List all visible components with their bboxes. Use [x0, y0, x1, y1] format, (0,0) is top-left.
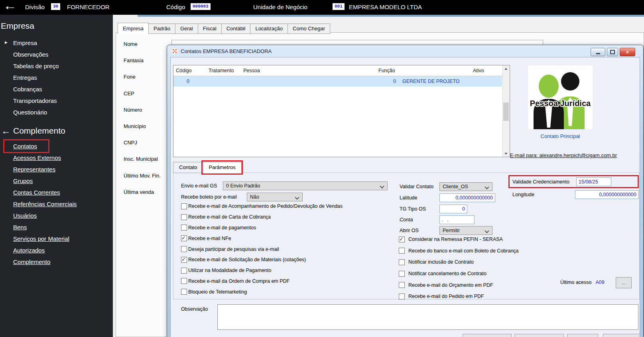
bottom-button[interactable]	[567, 334, 598, 337]
main-form-tab[interactable]: Fiscal	[198, 24, 222, 34]
checkbox-row[interactable]: Deseja participar de pesquisas via e-mai…	[181, 244, 343, 254]
validade-input[interactable]: 15/08/25	[576, 177, 611, 186]
table-column-header[interactable]: Função	[376, 68, 471, 73]
checkbox[interactable]	[181, 257, 187, 263]
ultimo-acesso-row: Último acesso A09	[560, 278, 605, 287]
sidebar-item[interactable]: Representantes	[0, 164, 113, 175]
codigo-value-field[interactable]: 000003	[191, 3, 211, 10]
checkbox[interactable]	[399, 248, 405, 254]
sidebar-item[interactable]: Contatos	[0, 140, 113, 152]
checkbox[interactable]	[181, 278, 187, 284]
sidebar-item[interactable]: Tabelas de preço	[0, 60, 113, 72]
checkbox[interactable]	[399, 236, 405, 242]
minimize-button[interactable]	[591, 48, 605, 56]
scrollbar-thumb[interactable]	[503, 102, 509, 121]
sidebar-item[interactable]: Questionário	[0, 106, 113, 118]
dialog-tab[interactable]: Contato	[173, 162, 203, 173]
bottom-button[interactable]	[603, 334, 640, 337]
checkbox-row[interactable]: Notificar inclusão de Contrato	[399, 256, 519, 268]
checkbox[interactable]	[399, 294, 405, 300]
sidebar-item[interactable]: Referências Comerciais	[0, 198, 113, 210]
main-form-tab[interactable]: Geral	[175, 24, 198, 34]
close-button[interactable]: ✕	[620, 48, 635, 56]
latitude-input[interactable]: 0,000000000000	[439, 193, 495, 202]
dialog-tab[interactable]: Parâmetros	[203, 162, 242, 173]
checkbox-row[interactable]: Recebe do banco e-mail com Boleto de Cob…	[399, 245, 519, 257]
dialog-titlebar[interactable]: Contatos EMPRESA BENEFICIADORA	[167, 45, 643, 57]
checkbox-row[interactable]: Bloqueio de Telemarketing	[181, 286, 343, 297]
checkbox-row[interactable]: Recebe e-mail da Ordem de Compra em PDF	[181, 276, 343, 287]
sidebar-item[interactable]: Grupos	[0, 175, 113, 187]
checkbox-row[interactable]: Recebe e-mail do Orçamento em PDF	[399, 279, 519, 291]
tg-tipo-os-input[interactable]: 0	[439, 205, 467, 213]
envio-email-select[interactable]: 0 Envio Padrão	[223, 181, 388, 190]
checkbox-row[interactable]: Considerar na Remessa PEFIN - SERASA	[399, 234, 519, 245]
validar-contato-select[interactable]: Cliente_OS	[439, 182, 492, 191]
sidebar-item[interactable]: Observações	[0, 49, 113, 60]
checkbox[interactable]	[399, 259, 405, 265]
table-column-header[interactable]: Código	[173, 68, 206, 73]
checkbox[interactable]	[399, 282, 405, 288]
sidebar-item[interactable]: Contas Correntes	[0, 187, 113, 198]
divisao-value-field[interactable]: 30	[51, 3, 60, 10]
longitude-input[interactable]: 0,000000000000	[575, 190, 639, 199]
table-header-row: Código Tratamento Pessoa Função	[173, 65, 510, 76]
sidebar-item[interactable]: Entregas	[0, 72, 113, 83]
checkbox[interactable]	[181, 246, 187, 252]
checkbox-row[interactable]: Recebe e-mail de pagamentos	[181, 223, 343, 233]
sidebar-item[interactable]: Autorizados	[0, 244, 113, 256]
checkbox-row[interactable]: Recebe e-mail NFe	[181, 233, 343, 244]
main-form-tab[interactable]: Empresa	[118, 23, 149, 34]
scroll-up-icon[interactable]	[503, 65, 509, 72]
bottom-button[interactable]: Superiores	[463, 334, 512, 337]
checkbox[interactable]	[181, 235, 187, 241]
checkbox[interactable]	[399, 271, 405, 277]
checkbox[interactable]	[181, 289, 187, 295]
sidebar-item[interactable]: Complemento	[0, 256, 113, 268]
main-form-tab[interactable]: Como Chegar	[288, 24, 330, 34]
unidade-value-field[interactable]: 001	[333, 3, 345, 10]
checkbox-row[interactable]: Recebe e-mail de Solicitação de Materiai…	[181, 254, 343, 265]
observacao-textarea[interactable]	[217, 304, 638, 330]
sidebar-item[interactable]: Serviços por Material	[0, 233, 113, 244]
sidebar-item[interactable]: Empresa	[0, 37, 113, 49]
main-form-tab[interactable]: Contábil	[221, 24, 251, 34]
main-form-tab[interactable]: Localização	[250, 24, 288, 34]
window-controls: ✕	[591, 48, 635, 56]
checkbox[interactable]	[181, 225, 187, 231]
maximize-icon	[610, 50, 615, 54]
form-field-label: Fone	[124, 74, 161, 90]
maximize-button[interactable]	[607, 48, 618, 56]
main-form-tab[interactable]: Padrão	[148, 24, 175, 34]
checkbox[interactable]	[181, 268, 187, 274]
table-column-header[interactable]: Tratamento	[206, 68, 241, 73]
table-row-selected[interactable]: 0 0 GERENTE DE PROJETO	[173, 76, 502, 87]
boleto-select[interactable]: Não	[247, 193, 303, 201]
sidebar-item[interactable]: Bens	[0, 221, 113, 233]
validade-credenciamento-highlight: Validade Credenciamento 15/08/25	[508, 175, 639, 188]
checkbox-row[interactable]: Recebe e-mail de Acompanhamento de Pedid…	[181, 201, 343, 212]
pessoa-juridica-image: Pessoa Jurídica	[528, 65, 593, 129]
bottom-button[interactable]: Subordinados	[514, 334, 564, 337]
table-column-header[interactable]: Ativo	[471, 68, 502, 73]
back-arrow-icon[interactable]: ←	[3, 0, 17, 13]
email-link[interactable]: E-mail para: alexandre.herpich@cigam.com…	[498, 152, 629, 158]
checkbox[interactable]	[181, 203, 187, 209]
checkbox-row[interactable]: Notificar cancelamento de Contrato	[399, 268, 519, 280]
table-scrollbar[interactable]	[502, 65, 510, 157]
conta-input[interactable]: . .	[439, 215, 475, 224]
checkbox-row[interactable]: Utilizar na Modalidade de Pagamento	[181, 265, 343, 276]
checkbox-row[interactable]: Recebe e-mail do Pedido em PDF	[399, 291, 519, 302]
checkbox-row[interactable]: Recebe e-mail de Carta de Cobrança	[181, 212, 343, 223]
sidebar-item[interactable]: Acessos Externos	[0, 152, 113, 164]
tg-tipo-os-row: TG Tipo OS 0	[400, 205, 426, 213]
sidebar-item[interactable]: Transportadoras	[0, 95, 113, 106]
table-column-header[interactable]: Pessoa	[241, 68, 376, 73]
contato-principal-link[interactable]: Contato Principal	[528, 133, 593, 139]
sidebar-item[interactable]: Cobranças	[0, 83, 113, 95]
sidebar-section-title-complemento[interactable]: ← Complemento	[0, 126, 113, 136]
browse-button[interactable]: ...	[616, 277, 632, 288]
checkbox[interactable]	[181, 214, 187, 220]
sidebar-item[interactable]: Usuários	[0, 210, 113, 221]
back-arrow-icon[interactable]: ←	[1, 125, 11, 136]
